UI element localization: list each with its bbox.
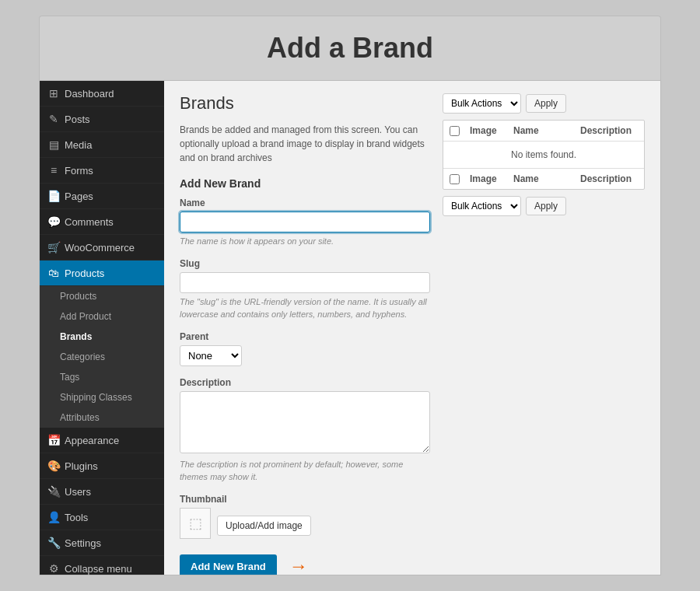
sidebar-item-bookings[interactable]: 📅 Appearance (40, 428, 164, 453)
apply-button-top[interactable]: Apply (526, 94, 566, 113)
apply-button-bottom[interactable]: Apply (526, 197, 566, 215)
sidebar-item-label: Tools (65, 512, 88, 523)
bookings-icon: 📅 (47, 434, 60, 446)
page-title-bar: Add a Brand (39, 16, 661, 80)
comments-icon: 💬 (47, 215, 60, 228)
wp-admin-layout: ⊞ Dashboard ✎ Posts ▤ Media ≡ Forms 📄 Pa… (39, 80, 661, 575)
apply-label-bottom: Apply (534, 201, 558, 212)
right-panel: Bulk Actions Apply Image Name (443, 93, 645, 562)
no-items-text: No items found. (511, 149, 576, 160)
sidebar-item-forms[interactable]: ≡ Forms (40, 158, 164, 184)
thumbnail-placeholder-icon: ⬚ (189, 515, 202, 532)
upload-image-button[interactable]: Upload/Add image (217, 516, 311, 536)
submenu-label: Products (60, 291, 96, 302)
products-submenu: Products Add Product Brands Categories T… (40, 286, 164, 428)
brands-table: Image Name Description No items found. I… (443, 120, 645, 190)
brands-description: Brands be added and managed from this sc… (180, 123, 430, 165)
header-checkbox-cell (450, 126, 465, 136)
name-label: Name (180, 198, 430, 208)
sidebar-submenu-shipping-classes[interactable]: Shipping Classes (40, 387, 164, 407)
sidebar-item-label: Dashboard (65, 88, 114, 100)
add-brand-btn-label: Add New Brand (191, 561, 266, 572)
col-image-header: Image (470, 125, 509, 136)
sidebar-item-pages[interactable]: 📄 Pages (40, 184, 164, 209)
bulk-actions-top: Bulk Actions Apply (443, 93, 645, 114)
sidebar-item-label: Products (65, 268, 104, 279)
pages-icon: 📄 (47, 190, 60, 202)
sidebar-item-label: Comments (65, 216, 114, 228)
sidebar-item-users[interactable]: 👤 Tools (40, 505, 164, 530)
slug-label: Slug (180, 258, 430, 269)
sidebar-submenu-brands[interactable]: Brands (40, 327, 164, 347)
col-name-footer: Name (513, 173, 576, 184)
thumbnail-section: Thumbnail ⬚ Upload/Add image (180, 494, 430, 544)
woocommerce-icon: 🛒 (47, 241, 60, 254)
submenu-label: Shipping Classes (60, 392, 132, 403)
left-panel: Brands Brands be added and managed from … (180, 93, 430, 562)
sidebar-item-posts[interactable]: ✎ Posts (40, 107, 164, 132)
sidebar-item-appearance[interactable]: 🎨 Plugins (40, 453, 164, 479)
upload-btn-label: Upload/Add image (226, 520, 303, 531)
submenu-label: Attributes (60, 412, 100, 423)
parent-label: Parent (180, 331, 430, 342)
select-all-checkbox-bottom[interactable] (450, 174, 460, 184)
sidebar-item-settings[interactable]: ⚙ Collapse menu (40, 556, 164, 575)
sidebar-item-label: Users (65, 486, 91, 498)
sidebar-item-label: Appearance (65, 435, 119, 446)
posts-icon: ✎ (47, 113, 60, 125)
description-textarea[interactable] (180, 391, 430, 453)
col-description-footer: Description (580, 173, 638, 184)
sidebar-item-media[interactable]: ▤ Media (40, 132, 164, 158)
page-title: Add a Brand (267, 32, 433, 64)
sidebar-item-label: Media (65, 139, 92, 151)
outer-wrapper: Add a Brand ⊞ Dashboard ✎ Posts ▤ Media … (0, 0, 700, 591)
appearance-icon: 🎨 (47, 460, 60, 472)
sidebar-item-woocommerce[interactable]: 🛒 WooCommerce (40, 235, 164, 261)
sidebar-item-dashboard[interactable]: ⊞ Dashboard (40, 81, 164, 107)
sidebar-item-label: Collapse menu (65, 563, 132, 575)
name-field-row: Name The name is how it appears on your … (180, 198, 430, 247)
name-hint: The name is how it appears on your site. (180, 236, 430, 247)
sidebar-item-products[interactable]: 🛍 Products (40, 261, 164, 286)
apply-label-top: Apply (534, 98, 558, 109)
sidebar-submenu-add-product[interactable]: Add Product (40, 306, 164, 327)
sidebar-submenu-attributes[interactable]: Attributes (40, 407, 164, 428)
description-hint: The description is not prominent by defa… (180, 459, 430, 483)
forms-icon: ≡ (47, 164, 60, 177)
sidebar-submenu-tags[interactable]: Tags (40, 367, 164, 387)
col-image-footer: Image (470, 173, 509, 184)
description-field-row: Description The description is not promi… (180, 377, 430, 483)
bulk-actions-select-bottom[interactable]: Bulk Actions (443, 196, 521, 216)
thumbnail-box: ⬚ (180, 508, 211, 539)
bulk-actions-select-top[interactable]: Bulk Actions (443, 93, 521, 114)
sidebar-item-label: Plugins (65, 460, 98, 472)
sidebar-submenu-products-list[interactable]: Products (40, 286, 164, 306)
sidebar-item-tools[interactable]: 🔧 Settings (40, 530, 164, 556)
slug-input[interactable] (180, 272, 430, 293)
products-icon: 🛍 (47, 267, 60, 279)
sidebar-item-comments[interactable]: 💬 Comments (40, 209, 164, 235)
select-all-checkbox-top[interactable] (450, 126, 460, 136)
submenu-label: Tags (60, 372, 79, 383)
table-footer-row: Image Name Description (443, 168, 644, 189)
sidebar-submenu-categories[interactable]: Categories (40, 347, 164, 367)
slug-hint: The "slug" is the URL-friendly version o… (180, 296, 430, 320)
sidebar-item-plugins[interactable]: 🔌 Users (40, 479, 164, 505)
users-icon: 👤 (47, 511, 60, 523)
col-name-header: Name (513, 125, 576, 136)
media-icon: ▤ (47, 138, 60, 151)
sidebar-item-label: Posts (65, 114, 90, 125)
sidebar-item-label: Pages (65, 191, 93, 202)
slug-field-row: Slug The "slug" is the URL-friendly vers… (180, 258, 430, 320)
submenu-label: Brands (60, 331, 92, 342)
orange-arrow-indicator: → (289, 555, 308, 575)
submenu-label: Add Product (60, 311, 111, 322)
main-content: Brands Brands be added and managed from … (164, 81, 660, 575)
table-header-row: Image Name Description (443, 121, 644, 142)
name-input[interactable] (180, 212, 430, 233)
plugins-icon: 🔌 (47, 485, 60, 498)
tools-icon: 🔧 (47, 537, 60, 549)
add-brand-button[interactable]: Add New Brand (180, 554, 277, 575)
no-items-row: No items found. (443, 142, 644, 168)
parent-select[interactable]: None (180, 345, 242, 366)
